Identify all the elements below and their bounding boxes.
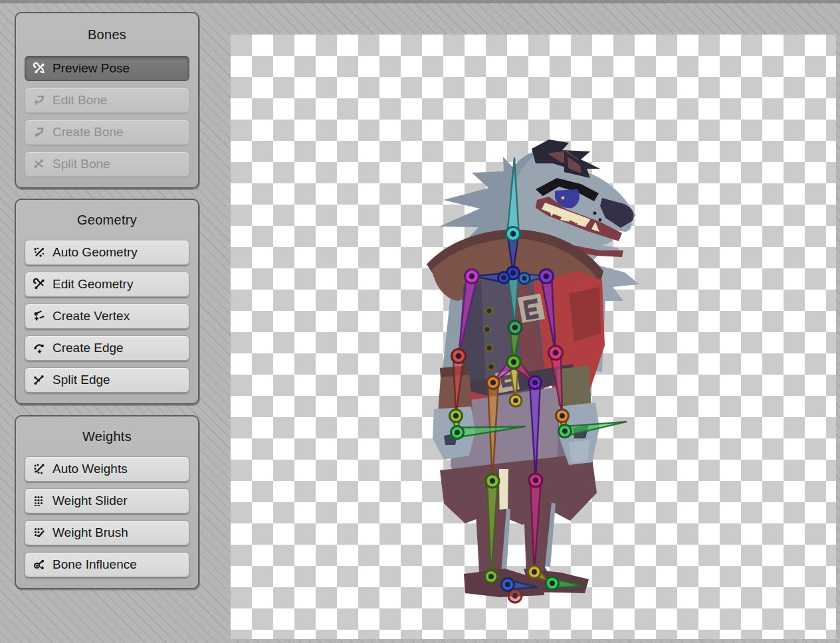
create-bone-button: Create Bone [25,120,189,145]
button-label: Preview Pose [52,61,130,76]
button-label: Auto Geometry [52,245,138,260]
split-edge-icon [32,373,47,387]
button-label: Weight Brush [52,525,128,540]
auto-weights-button[interactable]: Auto Weights [25,456,189,482]
preview-pose-icon [32,61,47,76]
weight-slider-button[interactable]: Weight Slider [25,488,189,513]
button-label: Bone Influence [52,557,137,572]
button-label: Weight Slider [52,494,128,508]
weight-brush-button[interactable]: Weight Brush [25,520,189,545]
create-bone-icon [32,125,47,139]
create-vertex-icon [32,309,47,323]
split-bone-button: Split Bone [25,151,189,177]
button-label: Edit Bone [52,93,107,108]
split-bone-icon [32,157,47,171]
window-top-edge [0,0,840,3]
create-edge-button[interactable]: Create Edge [25,335,189,361]
auto-weights-icon [32,462,47,476]
button-label: Split Bone [52,157,110,171]
edit-bone-icon [32,93,47,108]
panel-title-geometry: Geometry [16,200,198,240]
weight-slider-icon [32,494,47,508]
panel-weights: WeightsAuto WeightsWeight SliderWeight B… [15,415,199,589]
bone-influence-button[interactable]: Bone Influence [25,552,189,577]
bone-influence-icon [32,557,47,572]
edit-bone-button: Edit Bone [25,88,189,113]
panel-title-weights: Weights [16,416,198,456]
sprite-canvas[interactable] [231,35,836,639]
auto-geometry-icon [32,245,47,260]
edit-geometry-icon [32,277,47,292]
split-edge-button[interactable]: Split Edge [25,367,189,393]
button-label: Split Edge [52,373,110,387]
button-label: Create Vertex [52,309,130,323]
panel-geometry: GeometryAuto GeometryEdit GeometryCreate… [15,199,199,405]
button-label: Create Bone [52,125,124,139]
edit-geometry-button[interactable]: Edit Geometry [25,272,189,297]
weight-brush-icon [32,525,47,540]
panel-bones: BonesPreview PoseEdit BoneCreate BoneSpl… [15,12,199,189]
panel-title-bones: Bones [16,13,198,56]
preview-pose-button[interactable]: Preview Pose [25,56,189,81]
button-label: Auto Weights [52,462,128,476]
button-label: Edit Geometry [52,277,133,292]
button-label: Create Edge [52,341,124,355]
auto-geometry-button[interactable]: Auto Geometry [25,240,189,265]
create-edge-icon [32,341,47,355]
create-vertex-button[interactable]: Create Vertex [25,304,189,329]
